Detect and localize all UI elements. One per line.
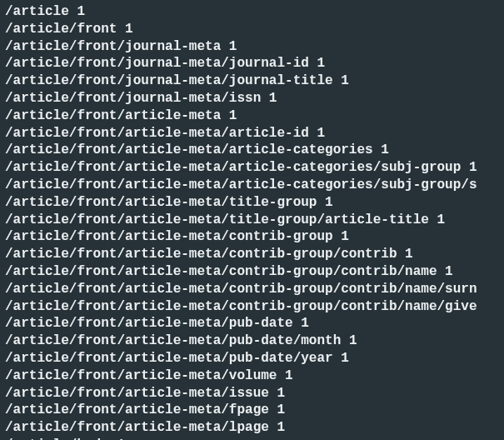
count: 1 [445,264,453,279]
xpath: /article [5,4,69,19]
xpath: /article/front/article-meta/contrib-grou… [5,299,477,314]
output-line: /article/front/article-meta/contrib-grou… [5,263,499,281]
output-line: /article/front/journal-meta 1 [5,38,499,56]
count: 1 [381,142,389,158]
xpath: /article/front/article-meta/contrib-grou… [5,264,437,279]
count: 1 [125,22,133,37]
xpath: /article/front/article-meta/pub-date/yea… [5,351,333,366]
xpath: /article/front/journal-meta/issn [5,91,261,106]
count: 1 [341,351,349,366]
count: 1 [469,160,477,175]
output-line: /article/front/article-meta 1 [5,108,499,125]
xpath: /article/front/article-meta/contrib-grou… [5,282,477,297]
output-line: /article 1 [5,3,499,21]
output-line: /article/front/article-meta/article-cate… [5,177,499,194]
output-line: /article/front/article-meta/contrib-grou… [5,246,499,263]
xpath: /article/front/article-meta/contrib-grou… [5,247,397,262]
count: 1 [405,247,413,262]
xpath: /article/front/article-meta/contrib-grou… [5,229,333,244]
output-line: /article/front/article-meta/article-cate… [5,159,499,177]
output-line: /article/front/article-meta/volume 1 [5,368,499,385]
count: 1 [269,91,277,106]
output-line: /article/front/journal-meta/journal-id 1 [5,55,499,72]
xpath: /article/front/article-meta/lpage [5,420,269,435]
count: 1 [229,39,237,54]
count: 1 [325,195,333,210]
output-line: /article/front/article-meta/contrib-grou… [5,298,499,316]
output-line: /article/front/article-meta/issue 1 [5,385,499,402]
count: 1 [349,333,357,348]
xpath: /article/front/article-meta/article-cate… [5,142,373,158]
output-line: /article/front/article-meta/pub-date 1 [5,315,499,332]
xpath: /article/front/journal-meta/journal-titl… [5,73,333,88]
output-line: /article/front/article-meta/lpage 1 [5,419,499,437]
count: 1 [277,402,285,418]
xpath: /article/front/article-meta/issue [5,386,269,401]
xpath: /article/front/article-meta [5,108,221,123]
count: 1 [285,368,293,383]
output-line: /article/front/journal-meta/issn 1 [5,90,499,108]
count: 1 [317,126,325,141]
output-line: /article/front/article-meta/title-group/… [5,212,499,229]
count: 1 [77,4,85,19]
output-line: /article/front/article-meta/fpage 1 [5,402,499,419]
count: 1 [277,420,285,435]
xpath: /article/front/article-meta/volume [5,368,277,383]
output-line: /article/front 1 [5,21,499,38]
output-line: /article/front/article-meta/contrib-grou… [5,228,499,246]
xpath: /article/front/article-meta/pub-date [5,316,293,331]
xpath: /article/front/article-meta/article-id [5,126,309,141]
count: 1 [317,56,325,71]
xpath: /article/front/article-meta/title-group/… [5,212,429,228]
xpath: /article/front/journal-meta/journal-id [5,56,309,71]
count: 1 [437,212,446,228]
output-line: /article/front/article-meta/article-id 1 [5,125,499,142]
output-line: /article/front/article-meta/article-cate… [5,142,499,159]
xpath: /article/front/article-meta/article-cate… [5,178,477,192]
xpath: /article/front/article-meta/title-group [5,195,317,210]
output-line: /article/front/article-meta/pub-date/yea… [5,350,499,368]
xpath: /article/front/journal-meta [5,39,221,54]
terminal-output[interactable]: /article 1/article/front 1/article/front… [5,3,499,440]
xpath: /article/front/article-meta/article-cate… [5,160,461,175]
count: 1 [341,73,349,88]
xpath: /article/front [5,22,117,37]
output-line: /article/front/article-meta/pub-date/mon… [5,332,499,350]
output-line: /article/front/article-meta/contrib-grou… [5,281,499,298]
output-line: /article/front/article-meta/title-group … [5,194,499,212]
xpath: /article/front/article-meta/pub-date/mon… [5,333,341,348]
count: 1 [277,386,285,401]
output-line: /article/front/journal-meta/journal-titl… [5,72,499,90]
count: 1 [301,316,309,331]
output-line: /article/body 1 [5,437,499,440]
count: 1 [341,229,349,244]
count: 1 [229,108,237,123]
xpath: /article/front/article-meta/fpage [5,402,269,418]
